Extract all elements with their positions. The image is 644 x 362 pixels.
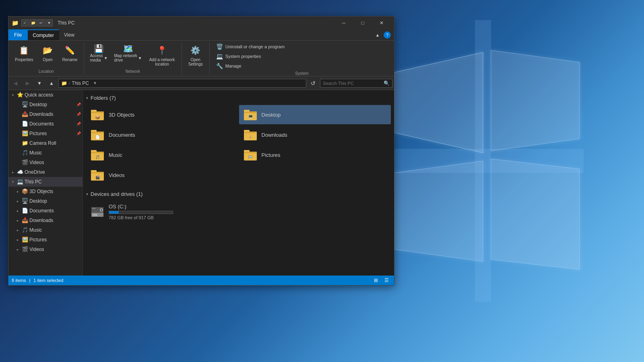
folder-icon-downloads: ↓ xyxy=(243,128,258,142)
sidebar-item-videos[interactable]: 🎬 Videos xyxy=(8,158,83,167)
ribbon-collapse-button[interactable]: ▲ xyxy=(373,31,382,39)
drive-item-c[interactable]: OS OS (C:) 782 GB free of 917 GB xyxy=(86,201,391,222)
sidebar-item-camera-roll[interactable]: 📁 Camera Roll xyxy=(8,138,83,148)
ribbon-access-media-button[interactable]: 💾 Accessmedia ▼ xyxy=(87,42,110,64)
quick-access-label: Quick access xyxy=(25,92,53,98)
sidebar-item-documents[interactable]: 📄 Documents 📌 xyxy=(8,119,83,129)
devices-collapse-button[interactable]: ▾ xyxy=(86,192,88,196)
ribbon-manage-button[interactable]: 🔧 Manage xyxy=(213,62,245,70)
open-settings-label: OpenSettings xyxy=(188,58,203,66)
documents-expand-icon xyxy=(15,121,21,127)
title-bar: 📁 ✓ 📁 ↩ ▼ This PC ─ □ ✕ xyxy=(8,16,394,29)
qat-checkmark-button[interactable]: ✓ xyxy=(21,19,29,27)
up-button[interactable]: ▲ xyxy=(46,78,57,88)
ribbon-help-button[interactable]: ? xyxy=(384,31,391,39)
ribbon-properties-button[interactable]: 📋 Properties xyxy=(12,42,37,64)
back-button[interactable]: ◀ xyxy=(10,78,21,88)
ribbon-add-network-button[interactable]: 📍 Add a networklocation xyxy=(146,42,178,68)
folder-item-pictures[interactable]: 🖼️ Pictures xyxy=(239,145,391,165)
sidebar-item-3d-objects[interactable]: ▸ 📦 3D Objects xyxy=(8,187,83,196)
sidebar-item-documents-pc[interactable]: ▸ 📄 Documents xyxy=(8,206,83,216)
address-dropdown-button[interactable]: ▼ xyxy=(91,79,99,88)
window-title: This PC xyxy=(58,20,75,26)
sidebar-item-music[interactable]: 🎵 Music xyxy=(8,148,83,158)
refresh-button[interactable]: ↺ xyxy=(308,78,318,88)
svg-rect-8 xyxy=(91,110,97,112)
qat-undo-button[interactable]: ↩ xyxy=(37,19,45,27)
sidebar-item-downloads-pc[interactable]: ▸ 📥 Downloads xyxy=(8,216,83,225)
search-icon[interactable]: 🔍 xyxy=(384,80,390,86)
sidebar-item-pictures-pc[interactable]: ▸ 🖼️ Pictures xyxy=(8,235,83,245)
devices-section-title: Devices and drives (1) xyxy=(91,191,142,197)
qat-dropdown-button[interactable]: ▼ xyxy=(45,19,53,27)
sidebar-camera-roll-label: Camera Roll xyxy=(29,140,56,146)
svg-rect-12 xyxy=(244,110,250,112)
sidebar-item-desktop[interactable]: 🖥️ Desktop 📌 xyxy=(8,100,83,109)
ribbon-map-drive-button[interactable]: 🗺️ Map networkdrive ▼ xyxy=(112,42,144,64)
open-label: Open xyxy=(43,58,52,62)
maximize-button[interactable]: □ xyxy=(353,16,372,29)
ribbon-uninstall-button[interactable]: 🗑️ Uninstall or change a program xyxy=(213,42,288,51)
status-bar: 8 items | 1 item selected ⊞ ☰ xyxy=(8,276,394,285)
svg-marker-0 xyxy=(394,52,483,153)
title-bar-controls: ─ □ ✕ xyxy=(334,16,391,29)
folder-item-desktop[interactable]: 🖥️ Desktop xyxy=(239,105,391,124)
folder-item-downloads[interactable]: ↓ Downloads xyxy=(239,125,391,144)
windows-logo xyxy=(382,20,584,302)
folder-item-3d-objects[interactable]: 📦 3D Objects xyxy=(86,105,238,124)
sidebar-music-pc-label: Music xyxy=(29,227,42,233)
sidebar-item-music-pc[interactable]: ▸ 🎵 Music xyxy=(8,225,83,235)
view-medium-icons-button[interactable]: ⊞ xyxy=(372,277,380,284)
svg-rect-28 xyxy=(244,150,250,152)
sidebar-item-onedrive[interactable]: ▸ ☁️ OneDrive xyxy=(8,167,83,177)
map-drive-icon: 🗺️ xyxy=(123,44,133,53)
sidebar-onedrive-label: OneDrive xyxy=(25,169,45,175)
sidebar-item-desktop-pc[interactable]: ▸ 🖥️ Desktop xyxy=(8,196,83,206)
uninstall-label: Uninstall or change a program xyxy=(225,44,285,49)
svg-text:🖼️: 🖼️ xyxy=(248,155,253,160)
quick-access-icon: ⭐ xyxy=(17,92,23,98)
sidebar-downloads-pc-label: Downloads xyxy=(29,218,53,223)
drive-space-c: 782 GB free of 917 GB xyxy=(109,215,173,220)
folder-item-music[interactable]: 🎵 Music xyxy=(86,145,238,165)
this-pc-expand-icon: ▾ xyxy=(10,179,16,185)
minimize-button[interactable]: ─ xyxy=(334,16,353,29)
close-button[interactable]: ✕ xyxy=(372,16,391,29)
svg-rect-20 xyxy=(244,130,250,132)
quick-access-expand-icon: ▾ xyxy=(10,92,16,98)
status-separator: | xyxy=(29,278,30,283)
drive-name-c: OS (C:) xyxy=(109,204,173,210)
add-network-icon: 📍 xyxy=(156,44,169,57)
ribbon-tab-file[interactable]: File xyxy=(8,29,28,40)
ribbon-rename-button[interactable]: ✏️ Rename xyxy=(59,42,81,64)
desktop-icon: 🖥️ xyxy=(22,101,28,108)
folder-icon-documents: 📄 xyxy=(90,128,105,142)
folders-collapse-button[interactable]: ▾ xyxy=(86,96,88,100)
view-details-button[interactable]: ☰ xyxy=(382,277,391,284)
folder-item-videos[interactable]: 🎬 Videos xyxy=(86,165,238,185)
access-media-icon: 💾 xyxy=(94,44,104,53)
sidebar-item-downloads[interactable]: 📥 Downloads 📌 xyxy=(8,109,83,119)
search-box[interactable]: 🔍 xyxy=(320,79,392,88)
pictures-pin-icon: 📌 xyxy=(76,132,81,136)
folder-item-documents[interactable]: 📄 Documents xyxy=(86,125,238,144)
folder-icon-3d-objects: 📦 xyxy=(90,107,105,122)
qat-folder-button[interactable]: 📁 xyxy=(29,19,37,27)
ribbon-open-button[interactable]: 📂 Open xyxy=(38,42,58,64)
recent-locations-button[interactable]: ▼ xyxy=(34,78,45,88)
ribbon-tab-view[interactable]: View xyxy=(59,29,80,40)
ribbon-open-settings-button[interactable]: ⚙️ OpenSettings xyxy=(185,42,206,68)
sidebar-item-videos-pc[interactable]: ▸ 🎬 Videos xyxy=(8,245,83,254)
search-input[interactable] xyxy=(323,81,382,86)
sidebar-item-quick-access[interactable]: ▾ ⭐ Quick access xyxy=(8,90,83,100)
ribbon-tab-computer[interactable]: Computer xyxy=(28,29,59,40)
main-content: ▾ ⭐ Quick access 🖥️ Desktop 📌 📥 Download… xyxy=(8,90,394,276)
sidebar-item-pictures[interactable]: 🖼️ Pictures 📌 xyxy=(8,129,83,138)
address-path[interactable]: 📁 › This PC ▼ xyxy=(58,79,306,88)
status-bar-right: ⊞ ☰ xyxy=(372,277,391,284)
sidebar-item-this-pc[interactable]: ▾ 💻 This PC xyxy=(8,177,83,187)
explorer-icon: 📁 xyxy=(12,20,18,26)
sidebar-desktop-label: Desktop xyxy=(29,102,47,107)
ribbon-system-properties-button[interactable]: 💻 System properties xyxy=(213,52,264,61)
forward-button[interactable]: ▶ xyxy=(22,78,33,88)
